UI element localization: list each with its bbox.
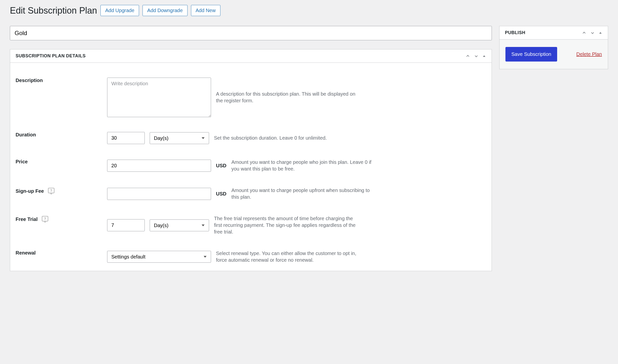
price-help: Amount you want to charge people who joi…: [231, 159, 377, 172]
publish-box-title: Publish: [505, 30, 525, 35]
page-title: Edit Subscription Plan: [10, 5, 97, 16]
delete-plan-link[interactable]: Delete Plan: [576, 51, 602, 57]
duration-input[interactable]: [107, 132, 145, 144]
renewal-help: Select renewal type. You can either allo…: [216, 250, 362, 263]
publish-box: Publish Save Subscription Delete Plan: [499, 26, 608, 69]
subscription-plan-details-box: Subscription Plan Details Description: [10, 49, 492, 271]
free-trial-help: The free trial represents the amount of …: [214, 215, 360, 235]
publish-toggle-icon[interactable]: [598, 31, 602, 35]
duration-unit-select[interactable]: Day(s): [150, 132, 209, 144]
signup-fee-currency: USD: [216, 191, 226, 197]
price-label: Price: [16, 159, 28, 165]
move-up-icon[interactable]: [465, 54, 470, 59]
signup-fee-label: Sign-up Fee: [16, 188, 44, 194]
renewal-label: Renewal: [16, 250, 36, 256]
svg-text:?: ?: [44, 217, 46, 221]
description-help: A description for this subscription plan…: [216, 91, 362, 104]
add-new-button[interactable]: Add New: [191, 5, 220, 16]
free-trial-help-icon[interactable]: ?: [41, 215, 49, 223]
signup-fee-help: Amount you want to charge people upfront…: [231, 187, 377, 200]
description-textarea[interactable]: [107, 78, 211, 117]
save-subscription-button[interactable]: Save Subscription: [505, 47, 557, 62]
signup-fee-help-icon[interactable]: ?: [47, 187, 55, 195]
svg-text:?: ?: [50, 189, 52, 193]
plan-title-input[interactable]: [10, 26, 492, 40]
free-trial-input[interactable]: [107, 219, 145, 231]
duration-help: Set the subscription duration. Leave 0 f…: [214, 135, 360, 141]
free-trial-label: Free Trial: [16, 216, 38, 222]
publish-move-down-icon[interactable]: [590, 30, 595, 35]
price-input[interactable]: [107, 160, 211, 172]
toggle-icon[interactable]: [482, 54, 486, 58]
duration-label: Duration: [16, 132, 36, 138]
add-upgrade-button[interactable]: Add Upgrade: [100, 5, 139, 16]
add-downgrade-button[interactable]: Add Downgrade: [143, 5, 187, 16]
description-label: Description: [16, 78, 43, 83]
move-down-icon[interactable]: [474, 54, 479, 59]
publish-move-up-icon[interactable]: [582, 30, 587, 35]
price-currency: USD: [216, 163, 226, 169]
signup-fee-input[interactable]: [107, 188, 211, 200]
free-trial-unit-select[interactable]: Day(s): [150, 219, 209, 231]
details-box-title: Subscription Plan Details: [16, 53, 86, 59]
renewal-select[interactable]: Settings default: [107, 251, 211, 263]
